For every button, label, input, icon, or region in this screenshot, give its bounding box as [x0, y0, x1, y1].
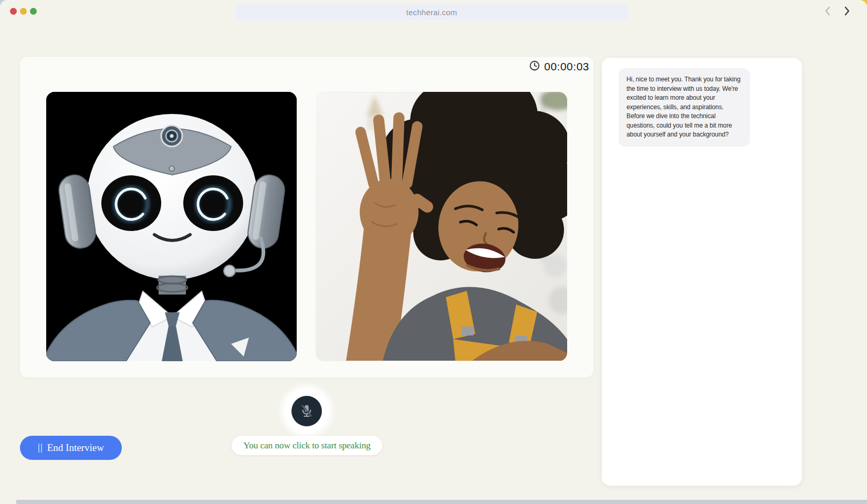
ai-interviewer-video [46, 92, 297, 361]
chat-transcript-panel: Hi, nice to meet you. Thank you for taki… [602, 58, 802, 486]
candidate-waving-illustration [316, 92, 567, 361]
interview-timer: 00:00:03 [529, 60, 589, 74]
ai-chat-message: Hi, nice to meet you. Thank you for taki… [619, 68, 750, 146]
forward-button[interactable] [839, 5, 854, 19]
close-window-button[interactable] [10, 8, 17, 15]
browser-window: techherai.com 00:00:03 [0, 0, 867, 504]
mic-toggle-button[interactable] [291, 396, 322, 426]
browser-titlebar: techherai.com [0, 0, 867, 24]
clock-icon [529, 60, 540, 74]
chevron-right-icon [840, 5, 853, 19]
chevron-left-icon [822, 5, 834, 19]
end-interview-button[interactable]: || End Interview [20, 436, 122, 460]
mic-button-halo [278, 382, 336, 440]
robot-avatar-illustration [46, 92, 297, 361]
speaking-hint-text: You can now click to start speaking [243, 440, 370, 451]
pause-icon: || [38, 442, 43, 453]
candidate-video [316, 92, 567, 361]
microphone-muted-icon [299, 403, 315, 420]
video-call-stage: 00:00:03 [20, 57, 593, 377]
back-button[interactable] [821, 5, 835, 19]
horizontal-scrollbar[interactable] [16, 500, 867, 504]
end-interview-label: End Interview [47, 442, 104, 454]
speaking-hint-pill: You can now click to start speaking [232, 436, 382, 455]
ai-chat-message-text: Hi, nice to meet you. Thank you for taki… [626, 75, 742, 140]
zoom-window-button[interactable] [30, 8, 37, 15]
timer-value: 00:00:03 [544, 60, 589, 73]
address-bar[interactable]: techherai.com [235, 4, 628, 20]
minimize-window-button[interactable] [20, 8, 27, 15]
url-text: techherai.com [406, 8, 457, 17]
